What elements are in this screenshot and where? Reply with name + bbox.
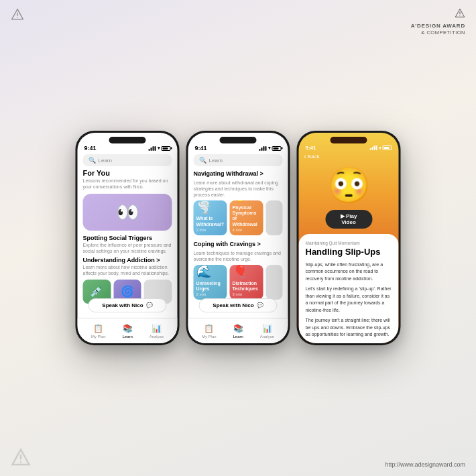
nav-learn-2[interactable]: 📚 Learn (233, 324, 243, 339)
battery-icon-2 (272, 146, 282, 151)
navigating-desc: Learn more about withdrawal and coping s… (188, 180, 288, 198)
battery-icon (162, 146, 171, 151)
status-icons-3: ▾ (370, 145, 392, 151)
plan-icon: 📋 (93, 324, 103, 333)
website-url: http://www.adesignaward.com (385, 461, 465, 468)
spotting-title[interactable]: Spotting Social Triggers (78, 235, 178, 241)
content-body-3: The journey isn't a straight line; there… (306, 317, 392, 339)
phone-1: 9:41 ▾ 🔍 Learn (76, 131, 180, 345)
wave-emoji: 🌊 (196, 265, 225, 279)
understanding-subtitle: Learn more about how nicotine addiction … (78, 264, 178, 276)
back-button[interactable]: ‹ Back (299, 151, 399, 162)
plan-icon-2: 📋 (204, 324, 214, 333)
wifi-icon: ▾ (158, 145, 160, 151)
speak-btn-1[interactable]: Speak with Nico 💬 (88, 298, 167, 312)
phone-3: 9:41 ▾ ‹ Back (297, 131, 401, 345)
spotting-subtitle: Explore the influence of peer pressure a… (78, 242, 178, 254)
wifi-icon-2: ▾ (268, 145, 271, 151)
phones-container: 9:41 ▾ 🔍 Learn (76, 131, 401, 345)
eye-emoji: 👀 (116, 201, 139, 223)
dynamic-island-2 (220, 137, 257, 143)
for-you-subtitle: Lessons recommended for you based on you… (78, 178, 178, 190)
svg-point-2 (17, 17, 17, 18)
svg-point-5 (459, 15, 460, 16)
svg-point-8 (20, 461, 22, 463)
play-button[interactable]: ▶ Play Video (325, 210, 372, 229)
search-bar-1[interactable]: 🔍 Learn (83, 154, 172, 166)
card-symptoms[interactable]: 🤕 Physical Symptoms of Withdrawal 4 min (230, 200, 263, 235)
for-you-title: For You (78, 169, 178, 177)
learn-icon-2: 📚 (233, 324, 243, 333)
card-withdrawal[interactable]: 🌪️ What is Withdrawal? 2 min (194, 200, 227, 235)
status-bar-1: 9:41 ▾ (78, 143, 178, 152)
bottom-nav-1: 📋 My Plan 📚 Learn 📊 Analyse (78, 318, 178, 343)
content-body-1: Slip-ups, while often frustrating, are a… (306, 261, 392, 283)
content-body-2: Let's start by redefining a 'slip-up'. R… (306, 286, 392, 314)
card-extra (266, 200, 283, 235)
tornado-emoji: 🌪️ (196, 200, 225, 215)
bottom-left-watermark (11, 448, 31, 471)
understanding-title[interactable]: Understanding Addiction > (78, 257, 178, 263)
nav-analyse-2[interactable]: 📊 Analyse (260, 324, 274, 339)
learn-icon: 📚 (123, 324, 133, 333)
card-urges[interactable]: 🌊 Unraveling Urges 2 min (194, 265, 227, 300)
balloon-emoji: 🎈 (233, 265, 261, 279)
sick-emoji: 🤕 (233, 200, 261, 203)
analyse-icon: 📊 (152, 324, 162, 333)
analyse-icon-2: 📊 (262, 324, 272, 333)
speak-btn-2[interactable]: Speak with Nico 💬 (199, 298, 278, 312)
content-subheading-1: Slip-Ups Don't Equal Failure (306, 342, 392, 343)
coping-title[interactable]: Coping with Cravings > (188, 239, 288, 249)
search-bar-2[interactable]: 🔍 Learn (194, 154, 283, 166)
dynamic-island-1 (109, 137, 146, 143)
award-logo: A'DESIGN AWARD & COMPETITION (411, 8, 465, 37)
top-left-logo (11, 8, 24, 24)
phone2-content: Navigating Withdrawal > Learn more about… (188, 169, 288, 306)
dynamic-island-3 (331, 137, 367, 143)
coping-cards: 🌊 Unraveling Urges 2 min 🎈 Distraction T… (188, 265, 288, 300)
slipup-emoji: 😳 (299, 165, 399, 206)
nav-learn-1[interactable]: 📚 Learn (122, 324, 132, 339)
phone-2: 9:41 ▾ 🔍 Learn (186, 131, 290, 345)
withdrawal-cards: 🌪️ What is Withdrawal? 2 min 🤕 Physical … (188, 200, 288, 235)
nav-analyse-1[interactable]: 📊 Analyse (150, 324, 164, 339)
search-icon-2: 🔍 (199, 157, 206, 164)
chat-icon-2: 💬 (257, 302, 263, 308)
search-icon: 🔍 (88, 157, 96, 164)
status-icons-2: ▾ (259, 145, 282, 151)
status-bar-3: 9:41 ▾ (299, 143, 399, 151)
content-card: Maintaining Quit Momentum Handling Slip-… (299, 234, 399, 343)
nav-plan-2[interactable]: 📋 My Plan (202, 324, 217, 339)
coping-desc: Learn techniques to manage cravings and … (188, 250, 288, 262)
chat-icon: 💬 (146, 302, 153, 308)
back-chevron-icon: ‹ (304, 153, 306, 160)
content-heading: Handling Slip-Ups (306, 247, 392, 257)
card-distraction[interactable]: 🎈 Distraction Techniques 3 min (230, 265, 263, 300)
content-tag: Maintaining Quit Momentum (306, 241, 392, 245)
nav-plan-1[interactable]: 📋 My Plan (91, 324, 106, 339)
status-bar-2: 9:41 ▾ (188, 143, 288, 152)
status-icons-1: ▾ (149, 145, 171, 151)
purple-card: 👀 (83, 194, 172, 231)
bottom-nav-2: 📋 My Plan 📚 Learn 📊 Analyse (188, 318, 288, 343)
navigating-title[interactable]: Navigating Withdrawal > (188, 169, 288, 178)
card-extra-2 (266, 265, 283, 300)
